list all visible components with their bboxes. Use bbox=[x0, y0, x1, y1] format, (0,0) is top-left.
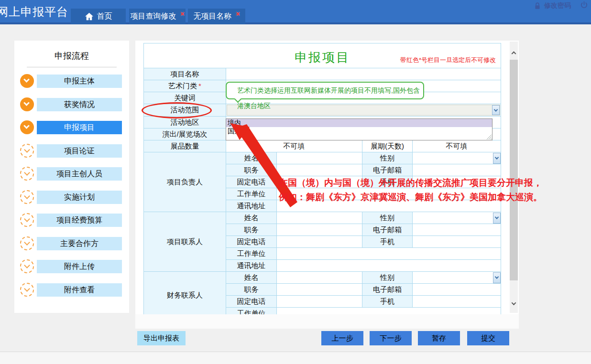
step-status-icon bbox=[20, 259, 34, 273]
annotation-line-2: 例如：舞剧《东方》京津冀巡演、舞剧《东方》美国加拿大巡演。 bbox=[279, 190, 585, 204]
gender-select[interactable] bbox=[493, 153, 501, 164]
workplace-input[interactable] bbox=[277, 308, 501, 315]
close-icon[interactable]: × bbox=[180, 10, 184, 18]
step-status-icon bbox=[20, 283, 34, 297]
name-input[interactable] bbox=[277, 212, 362, 224]
tab-home-label: 首页 bbox=[97, 11, 112, 21]
sidebar-item-button[interactable]: 项目论证 bbox=[37, 144, 122, 158]
duty-label: 职务 bbox=[226, 224, 277, 236]
sidebar-item-button[interactable]: 申报主体 bbox=[37, 75, 122, 88]
chevron-down-icon bbox=[23, 76, 30, 83]
sidebar-item-button[interactable]: 项目主创人员 bbox=[37, 167, 122, 181]
sidebar-item-button[interactable]: 附件上传 bbox=[37, 260, 122, 273]
landline-input[interactable] bbox=[277, 236, 362, 248]
duty-input[interactable] bbox=[277, 284, 362, 296]
email-input[interactable] bbox=[413, 164, 501, 176]
address-label: 通讯地址 bbox=[226, 260, 277, 272]
power-icon bbox=[580, 1, 588, 9]
art-category-tooltip: 艺术门类选择运用互联网新媒体开展的项目不用填写,国外包含港澳台地区 bbox=[226, 82, 424, 99]
sidebar-item-7: 项目经费预算 bbox=[14, 213, 129, 227]
mobile-input[interactable] bbox=[413, 296, 501, 308]
sidebar: 申报流程 申报主体 获奖情况 申报项目 项目论证 项目主创人员 实施计划 bbox=[14, 41, 129, 313]
sidebar-item-button[interactable]: 项目经费预算 bbox=[37, 214, 122, 227]
sidebar-item-2: 获奖情况 bbox=[14, 97, 129, 112]
workplace-label: 工作单位 bbox=[226, 308, 277, 315]
gender-label: 性别 bbox=[362, 152, 413, 164]
chevron-down-icon bbox=[24, 170, 30, 176]
landline-input[interactable] bbox=[277, 296, 362, 308]
logout-button[interactable] bbox=[580, 1, 588, 9]
form-note: 带红色*号栏目一旦选定后不可修改 bbox=[400, 56, 496, 64]
chevron-down-icon bbox=[24, 239, 30, 246]
annotation-line-1: 在国（境）内与国（境）外开展的传播交流推广项目要分开申报， bbox=[279, 176, 585, 190]
tab-home[interactable]: 首页 bbox=[71, 9, 126, 24]
change-password-link[interactable]: 修改密码 bbox=[534, 1, 571, 10]
step-status-icon bbox=[20, 213, 34, 227]
close-icon[interactable]: × bbox=[236, 10, 240, 18]
submit-button[interactable]: 提交 bbox=[467, 331, 509, 345]
section-label: 项目负责人 bbox=[144, 152, 226, 212]
save-draft-button[interactable]: 暂存 bbox=[418, 331, 460, 345]
step-status-icon bbox=[20, 167, 34, 181]
name-label: 姓名 bbox=[226, 272, 277, 284]
lock-icon bbox=[534, 2, 541, 10]
step-status-icon bbox=[20, 236, 34, 250]
name-input[interactable] bbox=[277, 272, 362, 284]
change-password-label: 修改密码 bbox=[544, 1, 571, 10]
chevron-down-icon bbox=[24, 147, 30, 153]
scrollbar-thumb[interactable] bbox=[510, 60, 518, 280]
workplace-input[interactable] bbox=[277, 248, 501, 260]
email-input[interactable] bbox=[413, 284, 501, 296]
email-label: 电子邮箱 bbox=[362, 284, 413, 296]
person-section-contact: 项目联系人 姓名 性别 职务 电子邮箱 固定电话 手机 bbox=[144, 212, 501, 272]
previous-step-button[interactable]: 上一步 bbox=[321, 331, 363, 345]
required-asterisk: * bbox=[198, 82, 201, 90]
exhibit-days-value: 不可填 bbox=[413, 140, 501, 152]
exhibit-count-label: 展品数量 bbox=[144, 140, 226, 152]
sidebar-item-9: 附件上传 bbox=[14, 259, 129, 274]
gender-select[interactable] bbox=[493, 213, 501, 224]
home-icon bbox=[85, 12, 94, 21]
exhibit-days-label: 展期(天数) bbox=[362, 140, 413, 152]
gender-select[interactable] bbox=[493, 272, 501, 283]
tab-noname-label: 无项目名称 bbox=[193, 11, 231, 21]
export-form-button[interactable]: 导出申报表 bbox=[137, 331, 186, 345]
email-input[interactable] bbox=[413, 224, 501, 236]
duty-input[interactable] bbox=[277, 224, 362, 236]
tab-no-project-name[interactable]: 无项目名称 × bbox=[188, 9, 245, 24]
footer-background bbox=[0, 352, 591, 364]
gender-label: 性别 bbox=[362, 272, 413, 284]
chevron-down-icon bbox=[24, 216, 30, 222]
scroll-up-button[interactable] bbox=[510, 48, 518, 56]
landline-label: 固定电话 bbox=[226, 236, 277, 248]
tab-query-label: 项目查询修改 bbox=[130, 11, 176, 21]
mobile-input[interactable] bbox=[413, 236, 501, 248]
section-label: 财务联系人 bbox=[144, 272, 226, 315]
gender-label: 性别 bbox=[362, 212, 413, 224]
select-arrow-button[interactable] bbox=[492, 105, 500, 115]
sidebar-item-button[interactable]: 附件查看 bbox=[37, 283, 122, 297]
sidebar-item-3: 申报项目 bbox=[14, 120, 129, 135]
chevron-down-icon bbox=[512, 300, 516, 305]
scroll-down-button[interactable] bbox=[510, 300, 518, 308]
sidebar-items: 申报主体 获奖情况 申报项目 项目论证 项目主创人员 实施计划 项目经费预算 bbox=[14, 74, 129, 297]
step-status-icon bbox=[20, 144, 34, 158]
project-name-input[interactable] bbox=[226, 68, 501, 80]
annotation-text: 在国（境）内与国（境）外开展的传播交流推广项目要分开申报， 例如：舞剧《东方》京… bbox=[279, 176, 585, 204]
sidebar-item-8: 主要合作方 bbox=[14, 236, 129, 251]
sidebar-item-button[interactable]: 主要合作方 bbox=[37, 237, 122, 250]
step-status-icon bbox=[20, 120, 34, 134]
step-status-icon bbox=[20, 74, 34, 88]
app-title: 网上申报平台 bbox=[0, 4, 68, 20]
chevron-down-icon bbox=[23, 123, 30, 129]
step-status-icon bbox=[20, 97, 34, 111]
next-step-button[interactable]: 下一步 bbox=[370, 331, 412, 345]
address-input[interactable] bbox=[277, 260, 501, 272]
tab-project-query[interactable]: 项目查询修改 × bbox=[129, 9, 186, 24]
sidebar-item-button[interactable]: 获奖情况 bbox=[37, 98, 122, 111]
name-label: 姓名 bbox=[226, 212, 277, 224]
sidebar-item-button[interactable]: 申报项目 bbox=[37, 121, 122, 134]
sidebar-item-button[interactable]: 实施计划 bbox=[37, 191, 122, 204]
sidebar-item-1: 申报主体 bbox=[14, 74, 129, 88]
chevron-down-icon bbox=[495, 155, 499, 159]
